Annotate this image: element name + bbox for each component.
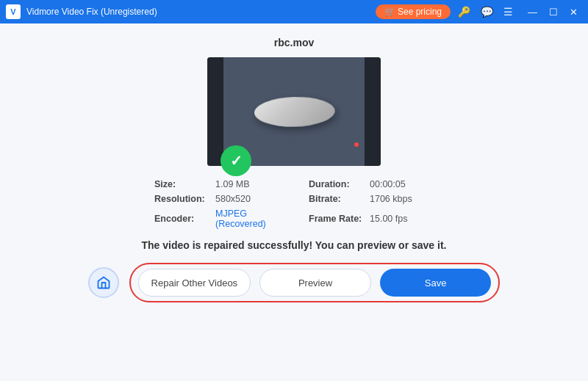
repair-other-button[interactable]: Repair Other Videos xyxy=(138,269,251,297)
menu-icon[interactable]: ☰ xyxy=(501,4,516,19)
video-thumbnail: ✓ xyxy=(207,57,381,166)
close-button[interactable]: ✕ xyxy=(565,5,582,19)
cursor-indicator xyxy=(354,142,359,147)
video-3d-shape xyxy=(254,96,336,128)
resolution-label: Resolution: xyxy=(154,194,209,204)
app-logo: V xyxy=(6,4,21,19)
encoder-value: MJPEG (Recovered) xyxy=(215,208,279,229)
home-icon xyxy=(96,275,111,290)
main-content: rbc.mov ✓ Size: 1.09 MB Duration: 00:00:… xyxy=(0,23,588,381)
bitrate-label: Bitrate: xyxy=(309,194,364,204)
save-button[interactable]: Save xyxy=(380,269,491,297)
size-value: 1.09 MB xyxy=(215,179,250,189)
minimize-button[interactable]: — xyxy=(523,5,542,19)
success-badge: ✓ xyxy=(220,145,251,176)
maximize-button[interactable]: ☐ xyxy=(545,5,562,19)
file-name: rbc.mov xyxy=(274,37,314,48)
checkmark-icon: ✓ xyxy=(230,152,243,170)
framerate-label: Frame Rate: xyxy=(309,214,364,224)
framerate-value: 15.00 fps xyxy=(370,214,407,224)
info-size: Size: 1.09 MB xyxy=(154,179,279,189)
success-message: The video is repaired successfully! You … xyxy=(142,239,447,251)
key-icon[interactable]: 🔑 xyxy=(455,4,473,19)
bitrate-value: 1706 kbps xyxy=(370,194,412,204)
info-bitrate: Bitrate: 1706 kbps xyxy=(309,194,434,204)
window-controls: — ☐ ✕ xyxy=(523,5,582,19)
info-encoder: Encoder: MJPEG (Recovered) xyxy=(154,208,279,229)
video-info-grid: Size: 1.09 MB Duration: 00:00:05 Resolut… xyxy=(154,179,434,229)
see-pricing-button[interactable]: 🛒 See pricing xyxy=(376,4,451,19)
action-area: Repair Other Videos Preview Save xyxy=(88,263,500,302)
titlebar-title: Vidmore Video Fix (Unregistered) xyxy=(26,7,157,17)
buttons-group: Repair Other Videos Preview Save xyxy=(129,263,500,302)
titlebar-right: 🛒 See pricing 🔑 💬 ☰ — ☐ ✕ xyxy=(376,4,582,19)
titlebar-left: V Vidmore Video Fix (Unregistered) xyxy=(6,4,157,19)
info-resolution: Resolution: 580x520 xyxy=(154,194,279,204)
duration-value: 00:00:05 xyxy=(370,179,406,189)
duration-label: Duration: xyxy=(309,179,364,189)
titlebar: V Vidmore Video Fix (Unregistered) 🛒 See… xyxy=(0,0,588,23)
resolution-value: 580x520 xyxy=(215,194,251,204)
encoder-label: Encoder: xyxy=(154,214,209,224)
info-framerate: Frame Rate: 15.00 fps xyxy=(309,208,434,229)
info-duration: Duration: 00:00:05 xyxy=(309,179,434,189)
size-label: Size: xyxy=(154,179,209,189)
home-button[interactable] xyxy=(88,267,119,298)
preview-button[interactable]: Preview xyxy=(259,269,372,297)
chat-icon[interactable]: 💬 xyxy=(478,4,496,19)
